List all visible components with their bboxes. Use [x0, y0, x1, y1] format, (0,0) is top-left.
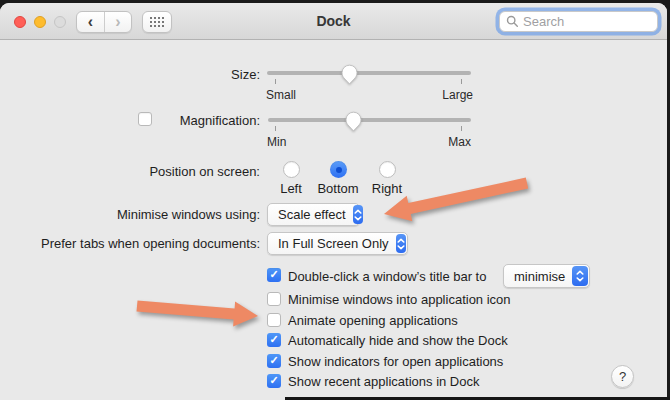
prefer-tabs-value: In Full Screen Only: [268, 236, 395, 251]
toggle-label: Minimise windows into application icon: [288, 292, 511, 307]
size-min-label: Small: [266, 88, 296, 102]
magnification-label: Magnification:: [180, 113, 260, 128]
double-click-action-popup[interactable]: minimise: [503, 264, 590, 288]
question-mark-icon: ?: [619, 369, 626, 384]
toggle-label: Show recent applications in Dock: [288, 374, 480, 389]
toggle-row: Animate opening applications: [267, 312, 458, 328]
magnification-min-label: Min: [267, 135, 286, 149]
minimise-into-icon-checkbox[interactable]: [267, 292, 281, 306]
position-option-bottom-label: Bottom: [317, 181, 358, 196]
auto-hide-dock-checkbox[interactable]: [267, 333, 281, 347]
search-icon: [506, 15, 519, 28]
magnification-slider-tick-max: [461, 126, 462, 131]
toggle-row: Show indicators for open applications: [267, 353, 503, 369]
toggle-label: Automatically hide and show the Dock: [288, 333, 508, 348]
prefer-tabs-popup[interactable]: In Full Screen Only: [267, 232, 408, 255]
toggle-label: Show indicators for open applications: [288, 354, 503, 369]
size-label: Size:: [231, 67, 260, 82]
double-click-checkbox[interactable]: [267, 268, 281, 282]
arrow-to-minimise-popup: [384, 178, 528, 222]
popup-chevrons-icon: [396, 234, 406, 253]
position-option-left-label: Left: [280, 181, 302, 196]
magnification-slider-track[interactable]: [268, 118, 471, 122]
double-click-label: Double-click a window’s title bar to: [288, 269, 486, 284]
minimise-windows-using-popup[interactable]: Scale effect: [267, 203, 360, 226]
double-click-action-value: minimise: [504, 269, 571, 284]
position-radio-right[interactable]: [379, 161, 396, 178]
toggle-label: Animate opening applications: [288, 313, 458, 328]
show-indicators-checkbox[interactable]: [267, 354, 281, 368]
position-label: Position on screen:: [149, 164, 260, 179]
size-slider-thumb[interactable]: [340, 63, 359, 85]
magnification-slider-tick-min: [275, 126, 276, 131]
magnification-checkbox[interactable]: [138, 112, 152, 126]
size-max-label: Large: [442, 88, 473, 102]
help-button[interactable]: ?: [611, 365, 634, 388]
magnification-max-label: Max: [448, 135, 471, 149]
size-slider-tick-min: [275, 79, 276, 84]
position-option-right-label: Right: [372, 181, 402, 196]
toggle-row: Minimise windows into application icon: [267, 291, 511, 307]
arrow-to-animate-checkbox: [137, 301, 259, 327]
popup-chevrons-icon: [353, 205, 363, 224]
popup-chevrons-icon: [572, 266, 588, 286]
size-slider-tick-max: [461, 79, 462, 84]
minimise-using-label: Minimise windows using:: [117, 207, 260, 222]
dock-preferences-window: ‹ › Dock Size: Small Large Magnific: [0, 3, 667, 400]
minimise-using-value: Scale effect: [268, 207, 352, 222]
show-recent-apps-checkbox[interactable]: [267, 374, 281, 388]
title-bar: ‹ › Dock: [0, 3, 667, 40]
magnification-slider-thumb[interactable]: [344, 110, 363, 132]
position-radio-left[interactable]: [283, 161, 300, 178]
toggle-row: Show recent applications in Dock: [267, 373, 480, 389]
position-radio-bottom[interactable]: [330, 161, 347, 178]
toggle-row: Automatically hide and show the Dock: [267, 332, 508, 348]
prefer-tabs-label: Prefer tabs when opening documents:: [41, 236, 260, 251]
animate-opening-applications-checkbox[interactable]: [267, 313, 281, 327]
search-field[interactable]: [499, 11, 658, 32]
search-input[interactable]: [523, 14, 651, 29]
size-slider-track[interactable]: [267, 71, 471, 75]
